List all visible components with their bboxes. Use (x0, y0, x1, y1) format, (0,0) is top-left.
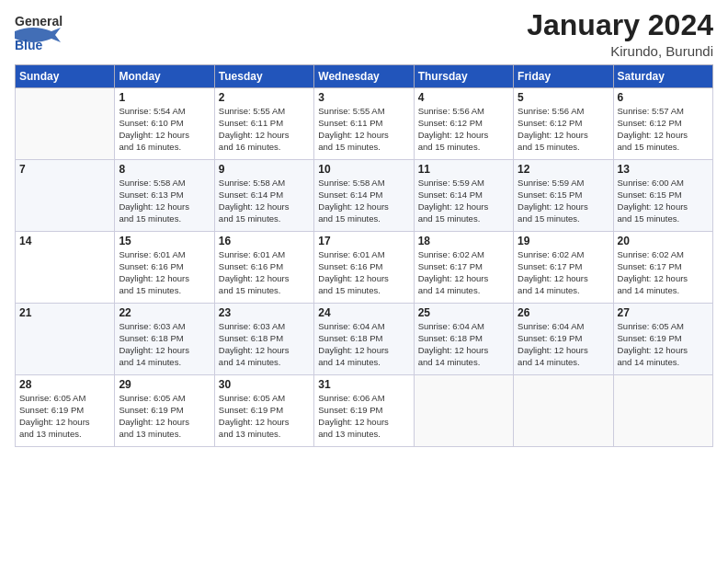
col-header-monday: Monday (115, 65, 214, 88)
week-row-1: 1Sunrise: 5:54 AMSunset: 6:10 PMDaylight… (16, 88, 713, 160)
day-number: 31 (318, 378, 409, 391)
calendar-cell: 28Sunrise: 6:05 AMSunset: 6:19 PMDayligh… (16, 375, 115, 447)
calendar-cell: 24Sunrise: 6:04 AMSunset: 6:18 PMDayligh… (314, 304, 414, 375)
day-number: 2 (219, 91, 310, 104)
day-number: 7 (19, 163, 110, 176)
day-info: Sunrise: 6:04 AMSunset: 6:18 PMDaylight:… (418, 321, 509, 368)
day-info: Sunrise: 6:02 AMSunset: 6:17 PMDaylight:… (518, 249, 609, 296)
calendar-cell: 15Sunrise: 6:01 AMSunset: 6:16 PMDayligh… (115, 232, 214, 304)
day-number: 10 (318, 163, 409, 176)
day-info: Sunrise: 5:55 AMSunset: 6:11 PMDaylight:… (219, 106, 310, 153)
day-number: 3 (318, 91, 409, 104)
calendar-cell: 30Sunrise: 6:05 AMSunset: 6:19 PMDayligh… (214, 375, 313, 447)
week-row-3: 1415Sunrise: 6:01 AMSunset: 6:16 PMDayli… (16, 232, 713, 304)
day-number: 22 (119, 306, 210, 319)
calendar-table: SundayMondayTuesdayWednesdayThursdayFrid… (15, 64, 713, 447)
calendar-cell: 5Sunrise: 5:56 AMSunset: 6:12 PMDaylight… (514, 88, 613, 160)
calendar-cell: 1Sunrise: 5:54 AMSunset: 6:10 PMDaylight… (115, 88, 214, 160)
day-info: Sunrise: 6:03 AMSunset: 6:18 PMDaylight:… (119, 321, 210, 368)
day-info: Sunrise: 6:01 AMSunset: 6:16 PMDaylight:… (318, 249, 409, 296)
day-info: Sunrise: 6:00 AMSunset: 6:15 PMDaylight:… (618, 178, 709, 224)
calendar-cell: 2Sunrise: 5:55 AMSunset: 6:11 PMDaylight… (214, 88, 313, 160)
calendar-cell: 21 (16, 304, 115, 375)
day-number: 27 (618, 306, 709, 319)
calendar-cell: 10Sunrise: 5:58 AMSunset: 6:14 PMDayligh… (314, 160, 414, 232)
calendar-cell (414, 375, 513, 447)
day-number: 20 (618, 235, 709, 247)
calendar-cell: 4Sunrise: 5:56 AMSunset: 6:12 PMDaylight… (414, 88, 513, 160)
day-info: Sunrise: 6:04 AMSunset: 6:19 PMDaylight:… (518, 321, 609, 368)
header: General Blue January 2024 Kirundo, Burun… (15, 9, 713, 59)
day-number: 6 (618, 91, 709, 104)
day-info: Sunrise: 6:05 AMSunset: 6:19 PMDaylight:… (19, 393, 110, 440)
day-number: 19 (518, 235, 609, 247)
day-number: 11 (418, 163, 509, 176)
col-header-sunday: Sunday (16, 65, 115, 88)
day-number: 9 (219, 163, 310, 176)
calendar-cell: 22Sunrise: 6:03 AMSunset: 6:18 PMDayligh… (115, 304, 214, 375)
day-info: Sunrise: 6:01 AMSunset: 6:16 PMDaylight:… (219, 249, 310, 296)
col-header-friday: Friday (514, 65, 613, 88)
week-row-5: 28Sunrise: 6:05 AMSunset: 6:19 PMDayligh… (16, 375, 713, 447)
day-info: Sunrise: 5:58 AMSunset: 6:14 PMDaylight:… (318, 178, 409, 224)
calendar-cell: 19Sunrise: 6:02 AMSunset: 6:17 PMDayligh… (514, 232, 613, 304)
day-number: 26 (518, 306, 609, 319)
day-info: Sunrise: 6:05 AMSunset: 6:19 PMDaylight:… (219, 393, 310, 440)
calendar-cell: 3Sunrise: 5:55 AMSunset: 6:11 PMDaylight… (314, 88, 414, 160)
page: General Blue January 2024 Kirundo, Burun… (0, 0, 728, 563)
svg-text:Blue: Blue (15, 38, 43, 52)
logo: General Blue (15, 9, 88, 55)
calendar-cell: 18Sunrise: 6:02 AMSunset: 6:17 PMDayligh… (414, 232, 513, 304)
day-number: 13 (618, 163, 709, 176)
day-number: 5 (518, 91, 609, 104)
day-info: Sunrise: 6:06 AMSunset: 6:19 PMDaylight:… (318, 393, 409, 440)
day-number: 18 (418, 235, 509, 247)
day-number: 29 (119, 378, 210, 391)
calendar-cell: 27Sunrise: 6:05 AMSunset: 6:19 PMDayligh… (613, 304, 712, 375)
calendar-cell: 8Sunrise: 5:58 AMSunset: 6:13 PMDaylight… (115, 160, 214, 232)
day-number: 24 (318, 306, 409, 319)
day-info: Sunrise: 6:05 AMSunset: 6:19 PMDaylight:… (119, 393, 210, 440)
calendar-cell: 20Sunrise: 6:02 AMSunset: 6:17 PMDayligh… (613, 232, 712, 304)
calendar-cell: 9Sunrise: 5:58 AMSunset: 6:14 PMDaylight… (214, 160, 313, 232)
day-number: 12 (518, 163, 609, 176)
calendar-cell: 6Sunrise: 5:57 AMSunset: 6:12 PMDaylight… (613, 88, 712, 160)
calendar-cell: 31Sunrise: 6:06 AMSunset: 6:19 PMDayligh… (314, 375, 414, 447)
day-info: Sunrise: 5:57 AMSunset: 6:12 PMDaylight:… (618, 106, 709, 153)
day-info: Sunrise: 5:58 AMSunset: 6:14 PMDaylight:… (219, 178, 310, 224)
day-number: 23 (219, 306, 310, 319)
day-info: Sunrise: 6:04 AMSunset: 6:18 PMDaylight:… (318, 321, 409, 368)
day-number: 8 (119, 163, 210, 176)
calendar-cell: 12Sunrise: 5:59 AMSunset: 6:15 PMDayligh… (514, 160, 613, 232)
day-number: 25 (418, 306, 509, 319)
day-info: Sunrise: 6:02 AMSunset: 6:17 PMDaylight:… (418, 249, 509, 296)
day-info: Sunrise: 5:56 AMSunset: 6:12 PMDaylight:… (518, 106, 609, 153)
calendar-title: January 2024 (527, 9, 713, 41)
day-number: 15 (119, 235, 210, 247)
svg-text:General: General (15, 14, 63, 29)
day-number: 14 (19, 235, 110, 247)
calendar-cell: 23Sunrise: 6:03 AMSunset: 6:18 PMDayligh… (214, 304, 313, 375)
header-row: SundayMondayTuesdayWednesdayThursdayFrid… (16, 65, 713, 88)
calendar-cell: 14 (16, 232, 115, 304)
day-info: Sunrise: 6:02 AMSunset: 6:17 PMDaylight:… (618, 249, 709, 296)
day-info: Sunrise: 5:58 AMSunset: 6:13 PMDaylight:… (119, 178, 210, 224)
calendar-cell: 11Sunrise: 5:59 AMSunset: 6:14 PMDayligh… (414, 160, 513, 232)
calendar-cell (514, 375, 613, 447)
day-number: 28 (19, 378, 110, 391)
week-row-2: 78Sunrise: 5:58 AMSunset: 6:13 PMDayligh… (16, 160, 713, 232)
day-info: Sunrise: 5:55 AMSunset: 6:11 PMDaylight:… (318, 106, 409, 153)
day-number: 21 (19, 306, 110, 319)
calendar-cell: 29Sunrise: 6:05 AMSunset: 6:19 PMDayligh… (115, 375, 214, 447)
logo-area: General Blue (15, 9, 88, 55)
day-number: 17 (318, 235, 409, 247)
day-info: Sunrise: 5:59 AMSunset: 6:15 PMDaylight:… (518, 178, 609, 224)
day-number: 4 (418, 91, 509, 104)
day-number: 30 (219, 378, 310, 391)
calendar-cell (16, 88, 115, 160)
calendar-cell: 16Sunrise: 6:01 AMSunset: 6:16 PMDayligh… (214, 232, 313, 304)
day-info: Sunrise: 6:03 AMSunset: 6:18 PMDaylight:… (219, 321, 310, 368)
calendar-cell: 13Sunrise: 6:00 AMSunset: 6:15 PMDayligh… (613, 160, 712, 232)
col-header-saturday: Saturday (613, 65, 712, 88)
day-number: 16 (219, 235, 310, 247)
